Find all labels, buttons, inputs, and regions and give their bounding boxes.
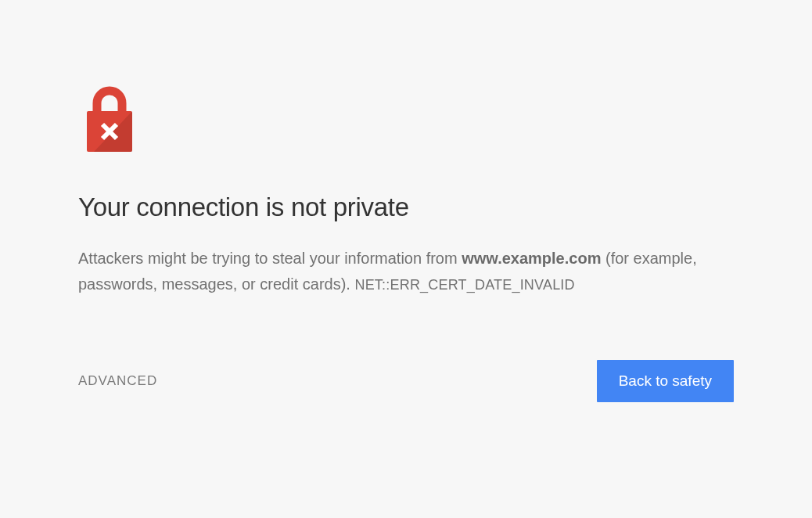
back-to-safety-button[interactable]: Back to safety: [597, 360, 734, 402]
lock-warning-icon: [80, 86, 734, 160]
error-code: NET::ERR_CERT_DATE_INVALID: [354, 277, 574, 293]
warning-heading: Your connection is not private: [78, 192, 734, 222]
ssl-warning-page: Your connection is not private Attackers…: [0, 0, 812, 402]
advanced-button[interactable]: ADVANCED: [78, 373, 157, 389]
button-row: ADVANCED Back to safety: [78, 360, 734, 402]
description-prefix: Attackers might be trying to steal your …: [78, 250, 462, 267]
warning-description: Attackers might be trying to steal your …: [78, 246, 734, 297]
warning-domain: www.example.com: [462, 250, 601, 267]
